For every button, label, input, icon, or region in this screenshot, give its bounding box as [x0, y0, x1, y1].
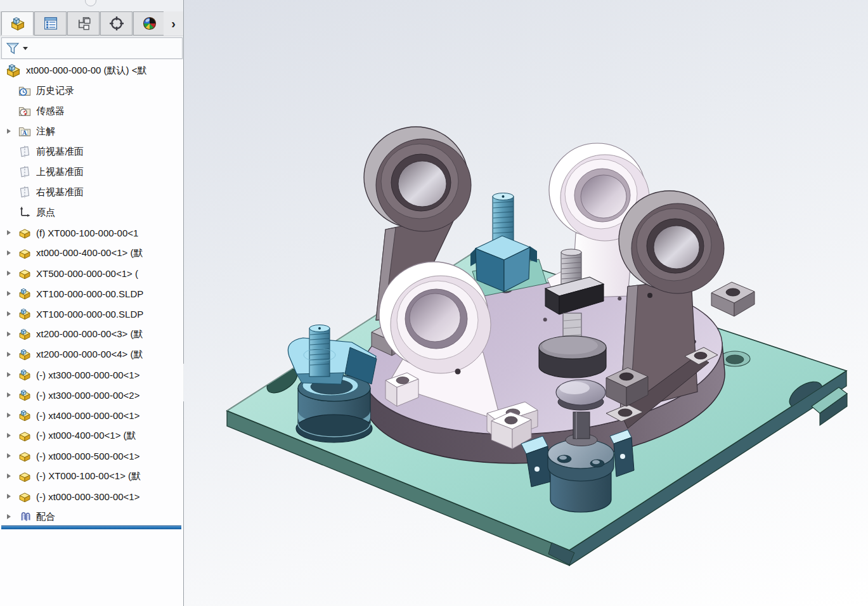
- assembly-scene: [184, 0, 868, 606]
- history-folder-icon: [18, 84, 32, 98]
- filter-dropdown-caret[interactable]: [23, 47, 28, 50]
- feature-tree: xt000-000-000-00 (默认) <默 历史记录 传感器 注解 前视: [0, 60, 183, 527]
- part-icon: [18, 226, 32, 240]
- mates-paperclip-icon: [18, 510, 32, 524]
- origin-icon: [18, 205, 32, 219]
- expand-arrow-icon[interactable]: [7, 453, 11, 458]
- part-icon: [18, 246, 32, 260]
- part-icon: [18, 469, 32, 483]
- tree-item-origin[interactable]: 原点: [0, 202, 183, 222]
- assembly-icon: [5, 62, 22, 79]
- plane-icon: [18, 165, 32, 179]
- tree-filter[interactable]: [1, 37, 183, 59]
- part-icon: [18, 429, 32, 442]
- featuremanager-tree-icon: [10, 15, 26, 32]
- filter-row: [0, 36, 183, 60]
- panel-collapse-handle[interactable]: [85, 0, 96, 6]
- expand-arrow-icon[interactable]: [7, 494, 11, 499]
- tree-item-component[interactable]: (f) XT000-100-000-00<1: [0, 222, 183, 243]
- part-cube-icon: [18, 388, 32, 402]
- tree-item-component[interactable]: xt200-000-000-00<3> (默: [0, 324, 183, 344]
- tab-featuremanager[interactable]: [1, 11, 34, 35]
- tree-item-component[interactable]: (-) XT000-100-00<1> (默: [0, 466, 183, 486]
- expand-arrow-icon[interactable]: [7, 129, 11, 134]
- annotations-folder-icon: [18, 124, 32, 138]
- part-cube-icon: [18, 287, 32, 300]
- dimxpertmanager-icon: [108, 15, 125, 32]
- tree-item-component[interactable]: XT500-000-000-00<1> (: [0, 263, 183, 283]
- part-icon: [18, 449, 32, 463]
- filter-funnel-icon: [5, 41, 20, 56]
- part-cube-icon: [18, 408, 32, 422]
- expand-arrow-icon[interactable]: [7, 311, 11, 316]
- part-cube-icon: [18, 327, 32, 341]
- part-cube-icon: [18, 368, 32, 382]
- displaymanager-icon: [141, 15, 158, 32]
- tree-item-mates[interactable]: 配合: [0, 506, 183, 527]
- expand-arrow-icon[interactable]: [7, 352, 11, 357]
- tab-dimxpertmanager[interactable]: [100, 11, 133, 35]
- part-cube-icon: [18, 347, 32, 361]
- tree-item-component[interactable]: XT100-000-000-00.SLDP: [0, 283, 183, 304]
- rollback-bar[interactable]: [1, 525, 181, 529]
- tree-item-component[interactable]: (-) xt400-000-000-00<1>: [0, 405, 183, 425]
- tree-item-sensors[interactable]: 传感器: [0, 101, 183, 121]
- tree-item-component[interactable]: xt000-000-400-00<1> (默: [0, 243, 183, 263]
- configurationmanager-icon: [75, 15, 92, 32]
- featuremanager-panel: › xt000-000-000-00 (默认) <默 历史记录 传感器: [0, 0, 184, 606]
- support-foot[interactable]: [539, 336, 606, 378]
- expand-arrow-icon[interactable]: [7, 514, 11, 519]
- tree-root-label: xt000-000-000-00 (默认) <默: [26, 65, 147, 77]
- tree-item-history[interactable]: 历史记录: [0, 81, 183, 101]
- graphics-viewport[interactable]: [184, 0, 868, 606]
- part-icon: [18, 266, 32, 280]
- tree-item-front-plane[interactable]: 前视基准面: [0, 141, 183, 162]
- hex-nut-clamp[interactable]: [470, 193, 537, 292]
- sensors-folder-icon: [18, 104, 32, 118]
- tree-item-component[interactable]: (-) xt300-000-000-00<1>: [0, 364, 183, 385]
- t-nut-block-3[interactable]: [711, 282, 755, 316]
- tree-item-component[interactable]: (-) xt000-000-300-00<1>: [0, 486, 183, 506]
- expand-arrow-icon[interactable]: [7, 271, 11, 276]
- tree-root-assembly[interactable]: xt000-000-000-00 (默认) <默: [0, 60, 183, 81]
- expand-arrow-icon[interactable]: [7, 332, 11, 337]
- tree-item-component[interactable]: (-) xt000-000-500-00<1>: [0, 446, 183, 466]
- propertymanager-icon: [42, 15, 59, 32]
- expand-arrow-icon[interactable]: [7, 474, 11, 479]
- part-cube-icon: [18, 307, 32, 321]
- tab-propertymanager[interactable]: [34, 11, 67, 35]
- part-icon: [18, 489, 32, 503]
- panel-top-strip: [0, 0, 183, 12]
- expand-arrow-icon[interactable]: [7, 433, 11, 438]
- expand-arrow-icon[interactable]: [7, 291, 11, 296]
- tree-item-component[interactable]: (-) xt000-400-00<1> (默: [0, 425, 183, 446]
- expand-arrow-icon[interactable]: [7, 250, 11, 255]
- expand-arrow-icon[interactable]: [7, 392, 11, 397]
- manager-tab-bar: ›: [0, 11, 183, 37]
- expand-arrow-icon[interactable]: [7, 230, 11, 235]
- expand-arrow-icon[interactable]: [7, 413, 11, 418]
- tab-displaymanager[interactable]: [133, 11, 165, 35]
- solidworks-window: › xt000-000-000-00 (默认) <默 历史记录 传感器: [0, 0, 868, 606]
- tab-configurationmanager[interactable]: [67, 11, 100, 35]
- tree-item-top-plane[interactable]: 上视基准面: [0, 162, 183, 182]
- tree-item-component[interactable]: XT100-000-000-00.SLDP: [0, 304, 183, 324]
- plane-icon: [18, 145, 32, 158]
- tree-item-component[interactable]: xt200-000-000-00<4> (默: [0, 344, 183, 364]
- tree-item-annotations[interactable]: 注解: [0, 121, 183, 141]
- tab-overflow-button[interactable]: ›: [164, 11, 183, 35]
- expand-arrow-icon[interactable]: [7, 372, 11, 377]
- tree-item-component[interactable]: (-) xt300-000-000-00<2>: [0, 385, 183, 405]
- plane-icon: [18, 185, 32, 199]
- tree-item-right-plane[interactable]: 右视基准面: [0, 182, 183, 202]
